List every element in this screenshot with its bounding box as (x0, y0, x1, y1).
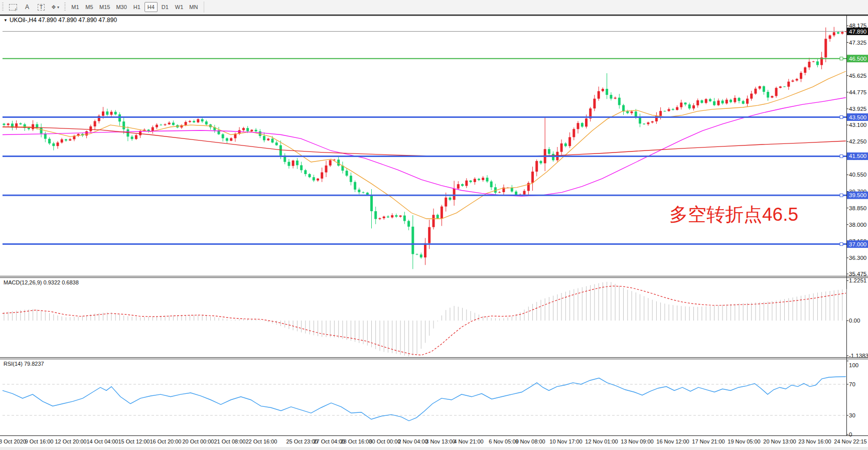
candle-body (647, 122, 649, 124)
candle-body (346, 171, 348, 176)
shapes-dropdown[interactable]: ❖▾ (49, 2, 62, 12)
timeframe-button-m15[interactable]: M15 (97, 2, 112, 12)
candle-body (420, 254, 422, 257)
candle-body (313, 177, 315, 181)
candle-body (738, 98, 741, 101)
timeframe-button-mn[interactable]: MN (187, 2, 200, 12)
macd-label: MACD(12,26,9) 0.9322 0.6838 (4, 279, 79, 285)
toolbar-grip[interactable] (64, 3, 66, 12)
line-handle[interactable] (840, 194, 843, 197)
candle-body (535, 161, 538, 172)
axis-tick-label: 35.475 (849, 271, 866, 277)
candle-body (106, 111, 108, 115)
candle-body (230, 138, 232, 141)
symbol-collapse-icon[interactable]: ▼ (4, 18, 8, 23)
candle-body (771, 96, 773, 97)
price-badge-value: 43.500 (849, 114, 866, 120)
candle-body (304, 170, 307, 174)
drawing-toolbar: FAT❖▾ (6, 0, 62, 15)
candle-body (118, 114, 121, 121)
candle-body (721, 101, 724, 104)
timeframe-button-m30[interactable]: M30 (113, 2, 129, 12)
candle-body (370, 195, 373, 211)
candle-body (730, 100, 732, 102)
candle-body (69, 139, 71, 141)
candle-body (387, 217, 389, 218)
candle-body (358, 190, 360, 192)
candle-body (709, 99, 711, 101)
candle-body (668, 109, 670, 111)
chart-annotation: 多空转折点46.5 (669, 202, 798, 227)
candle-body (841, 32, 843, 34)
candle-body (205, 121, 208, 124)
candle-body (445, 198, 447, 207)
candle-body (602, 89, 604, 91)
candle-body (110, 112, 113, 115)
candle-body (287, 162, 290, 166)
candle-body (560, 143, 563, 152)
line-handle[interactable] (840, 243, 843, 246)
candle-body (424, 243, 426, 258)
time-axis-label: 17 Nov 21:00 (692, 438, 725, 444)
macd-signal-line (3, 286, 846, 355)
candle-body (585, 118, 588, 126)
candle-body (3, 124, 6, 125)
timeframe-button-d1[interactable]: D1 (159, 2, 172, 12)
candle-body (470, 181, 472, 182)
timeframe-button-h4[interactable]: H4 (144, 2, 158, 12)
candle-body (775, 88, 778, 96)
time-axis-label: 16 Oct 20:00 (150, 438, 182, 444)
line-handle[interactable] (840, 155, 843, 158)
text-label-tool[interactable]: A (21, 2, 34, 12)
toolbar-grip[interactable] (2, 3, 4, 12)
price-badge-value: 37.000 (849, 241, 866, 247)
time-axis-label: 13 Nov 09:00 (621, 438, 653, 444)
timeframe-button-h1[interactable]: H1 (130, 2, 143, 12)
candle-body (391, 215, 393, 217)
time-axis-label: 20 Oct 00:00 (183, 438, 214, 444)
text-box-tool[interactable]: T (35, 2, 48, 12)
candle-body (659, 111, 662, 116)
timeframe-button-m5[interactable]: M5 (83, 2, 96, 12)
candle-body (135, 135, 137, 139)
candle-body (416, 254, 418, 255)
f-frame-tool[interactable]: F (7, 2, 20, 12)
axis-tick-label: 45.625 (849, 73, 866, 79)
candle-body (523, 191, 526, 195)
top-toolbar: FAT❖▾ M1M5M15M30H1H4D1W1MN (0, 0, 868, 15)
timeframe-button-m1[interactable]: M1 (69, 2, 82, 12)
macd-signal-layer (3, 286, 846, 355)
candle-body (812, 61, 815, 62)
rsi-line (3, 377, 846, 421)
macd-histogram-layer (4, 282, 846, 357)
candle-body (309, 174, 311, 177)
chart-area[interactable]: 48.17547.32545.62544.77543.92543.10042.2… (0, 15, 868, 450)
axis-tick-label: 43.925 (849, 106, 866, 112)
candle-body (152, 127, 154, 131)
candle-body (126, 129, 129, 136)
time-axis-label: 20 Nov 13:00 (763, 438, 796, 444)
candle-body (622, 105, 625, 111)
time-axis-label: 19 Nov 05:00 (728, 438, 760, 444)
candle-body (705, 99, 707, 103)
timeframe-button-w1[interactable]: W1 (173, 2, 186, 12)
candle-body (568, 137, 571, 146)
candle-body (329, 160, 332, 166)
line-handle[interactable] (840, 116, 843, 119)
candle-body (65, 139, 67, 140)
candle-body (185, 122, 187, 125)
line-handle[interactable] (840, 57, 843, 60)
candle-body (172, 123, 175, 125)
candle-body (168, 123, 171, 124)
candle-body (626, 111, 629, 113)
candle-body (222, 134, 224, 138)
candle-body (639, 117, 641, 123)
candle-body (598, 91, 600, 99)
time-axis-label: 12 Nov 01:00 (585, 438, 618, 444)
chart-canvas[interactable]: 48.17547.32545.62544.77543.92543.10042.2… (0, 15, 868, 450)
candle-body (89, 126, 92, 131)
candle-body (411, 227, 414, 254)
candle-body (61, 139, 63, 142)
candle-body (160, 125, 162, 125)
candle-body (606, 89, 608, 95)
